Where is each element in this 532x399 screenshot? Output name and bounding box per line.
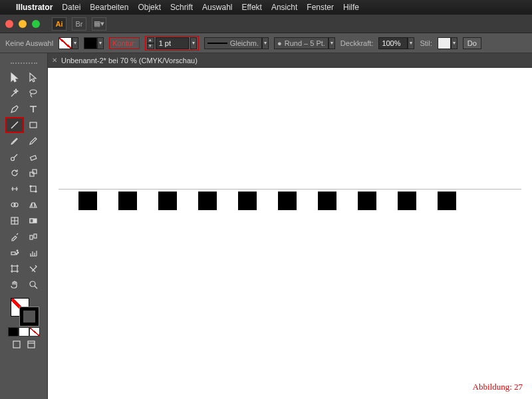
app-name[interactable]: Illustrator [16, 3, 53, 12]
blob-brush-tool[interactable] [5, 149, 24, 165]
selection-status: Keine Auswahl [5, 39, 53, 47]
style-swatch[interactable] [438, 37, 451, 49]
pencil-tool[interactable] [24, 133, 43, 149]
mac-menubar: Illustrator Datei Bearbeiten Objekt Schr… [0, 0, 532, 15]
panel-grip-icon[interactable] [11, 63, 37, 66]
width-tool[interactable] [5, 181, 24, 197]
bridge-button[interactable]: Br [72, 17, 86, 31]
direct-select-tool[interactable] [24, 69, 43, 85]
eraser-tool[interactable] [24, 149, 43, 165]
fill-stroke-control[interactable] [9, 297, 39, 326]
menu-ansicht[interactable]: Ansicht [271, 3, 297, 12]
color-mode-none[interactable] [29, 327, 40, 336]
stroke-swatch-group[interactable]: ▾ [84, 37, 104, 49]
stroke-weight-stepper[interactable]: ▴ ▾ [147, 37, 154, 49]
style-group[interactable]: ▾ [438, 37, 458, 49]
svg-point-0 [30, 90, 37, 94]
shape-builder-tool[interactable] [5, 197, 24, 213]
gradient-tool[interactable] [24, 213, 43, 229]
opacity-group[interactable]: 100% ▾ [378, 37, 414, 49]
fill-dropdown-icon[interactable]: ▾ [72, 37, 78, 49]
fill-swatch[interactable] [59, 37, 72, 49]
screen-mode-full[interactable] [24, 336, 39, 352]
eyedropper-tool[interactable] [5, 229, 24, 245]
menu-fenster[interactable]: Fenster [307, 3, 334, 12]
svg-point-17 [17, 250, 18, 251]
svg-rect-3 [30, 156, 36, 160]
brush-dropdown-icon[interactable]: ▾ [329, 37, 335, 49]
document-tab-bar: ✕ Unbenannt-2* bei 70 % (CMYK/Vorschau) [48, 53, 532, 68]
menu-effekt[interactable]: Effekt [241, 3, 261, 12]
svg-rect-6 [31, 186, 36, 192]
maximize-window-button[interactable] [32, 20, 40, 28]
svg-rect-23 [28, 341, 35, 348]
rectangle-tool[interactable] [24, 117, 43, 133]
artboard-tool[interactable] [5, 261, 24, 277]
zoom-tool[interactable] [24, 277, 43, 293]
blend-tool[interactable] [24, 229, 43, 245]
stroke-label: Kontur: [112, 39, 136, 47]
artwork-line [59, 189, 521, 190]
close-window-button[interactable] [5, 20, 13, 28]
mesh-tool[interactable] [5, 213, 24, 229]
graph-tool[interactable] [24, 245, 43, 261]
svg-point-7 [30, 186, 31, 187]
free-transform-tool[interactable] [24, 181, 43, 197]
screen-mode-row [9, 336, 39, 352]
svg-point-8 [35, 191, 37, 192]
menu-bearbeiten[interactable]: Bearbeiten [90, 3, 128, 12]
line-style-dropdown-icon[interactable]: ▾ [262, 37, 269, 49]
window-bar: Ai Br ▦▾ [0, 15, 532, 33]
perspective-tool[interactable] [24, 197, 43, 213]
lasso-tool[interactable] [24, 85, 43, 101]
brush-label: Rund – 5 Pt. [285, 39, 325, 47]
menu-objekt[interactable]: Objekt [138, 3, 161, 12]
selection-tool[interactable] [5, 69, 24, 85]
svg-point-18 [17, 252, 19, 253]
line-style-select[interactable]: Gleichm. [204, 37, 262, 49]
color-mode-gradient[interactable] [19, 327, 29, 336]
symbol-spray-tool[interactable] [5, 245, 24, 261]
brush-group[interactable]: ● Rund – 5 Pt. ▾ [274, 37, 335, 49]
step-up-icon[interactable]: ▴ [147, 37, 154, 43]
fill-swatch-group[interactable]: ▾ [59, 37, 78, 49]
stroke-dropdown-icon[interactable]: ▾ [97, 37, 104, 49]
rotate-tool[interactable] [5, 165, 24, 181]
opacity-dropdown-icon[interactable]: ▾ [408, 37, 414, 49]
opacity-input[interactable]: 100% [378, 37, 408, 49]
document-area: ✕ Unbenannt-2* bei 70 % (CMYK/Vorschau) … [48, 53, 532, 399]
opacity-label: Deckkraft: [340, 39, 374, 47]
brush-select[interactable]: ● Rund – 5 Pt. [274, 37, 329, 49]
arrange-documents-button[interactable]: ▦▾ [92, 17, 106, 31]
stroke-swatch[interactable] [84, 37, 97, 49]
stroke-color-swatch[interactable] [20, 307, 39, 326]
svg-rect-13 [30, 219, 33, 223]
canvas[interactable]: Abbildung: 27 [48, 68, 532, 399]
menu-datei[interactable]: Datei [62, 3, 80, 12]
color-mode-solid[interactable] [8, 327, 19, 336]
doc-setup-button[interactable]: Do [463, 37, 481, 49]
svg-point-19 [16, 253, 17, 255]
step-down-icon[interactable]: ▾ [147, 43, 154, 49]
menu-auswahl[interactable]: Auswahl [202, 3, 232, 12]
line-tool[interactable] [5, 117, 24, 133]
menu-hilfe[interactable]: Hilfe [343, 3, 359, 12]
type-tool[interactable] [24, 101, 43, 117]
stroke-weight-input[interactable]: 1 pt [156, 37, 189, 49]
slice-tool[interactable] [24, 261, 43, 277]
line-style-group[interactable]: Gleichm. ▾ [204, 37, 269, 49]
pen-tool[interactable] [5, 101, 24, 117]
menu-schrift[interactable]: Schrift [170, 3, 193, 12]
minimize-window-button[interactable] [19, 20, 27, 28]
magic-wand-tool[interactable] [5, 85, 24, 101]
tools-panel [0, 53, 48, 399]
scale-tool[interactable] [24, 165, 43, 181]
stroke-weight-dropdown-icon[interactable]: ▾ [190, 37, 197, 49]
screen-mode-normal[interactable] [9, 336, 24, 352]
stroke-weight-highlight: ▴ ▾ 1 pt ▾ [145, 36, 199, 51]
style-dropdown-icon[interactable]: ▾ [451, 37, 458, 49]
tab-close-icon[interactable]: ✕ [52, 57, 57, 64]
hand-tool[interactable] [5, 277, 24, 293]
document-tab-title[interactable]: Unbenannt-2* bei 70 % (CMYK/Vorschau) [61, 57, 198, 65]
brush-tool[interactable] [5, 133, 24, 149]
